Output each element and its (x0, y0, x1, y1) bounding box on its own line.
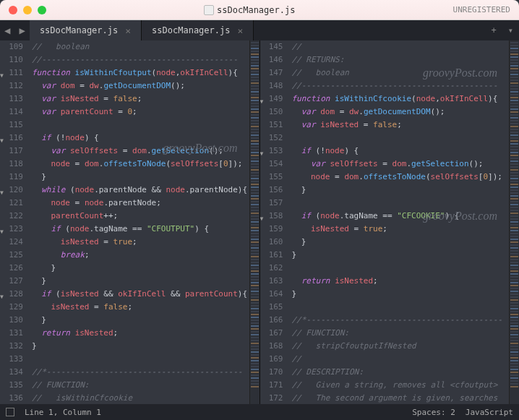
new-tab-button[interactable]: + (486, 25, 502, 35)
code-area-right[interactable]: //// RETURNS:// boolean//---------------… (288, 40, 510, 404)
code-line[interactable]: //--------------------------------------… (32, 53, 249, 67)
code-line[interactable]: //--------------------------------------… (292, 80, 510, 93)
minimap-right[interactable] (509, 40, 519, 404)
line-number: ▼116 (0, 132, 23, 145)
code-line[interactable]: } (32, 314, 249, 327)
tab-bar: ◀ ▶ ssDocManager.js × ssDocManager.js × … (0, 20, 519, 40)
line-number: 155 (260, 171, 283, 184)
line-number: 165 (260, 301, 283, 314)
line-number: 159 (260, 223, 283, 236)
code-line[interactable]: // FUNCTION: (292, 327, 510, 340)
maximize-window-button[interactable] (38, 6, 46, 14)
code-line[interactable]: // DESCRIPTION: (292, 366, 510, 379)
cursor-position[interactable]: Line 1, Column 1 (25, 408, 101, 417)
code-line[interactable]: // boolean (292, 67, 510, 80)
code-line[interactable]: // (292, 353, 510, 366)
editor-pane-left[interactable]: 109110▼111112113114115▼116117118119▼1201… (0, 40, 260, 404)
code-line[interactable]: var dom = dw.getDocumentDOM(); (32, 80, 249, 93)
code-line[interactable]: var selOffsets = dom.getSelection(); (292, 158, 510, 171)
nav-back-button[interactable]: ◀ (0, 25, 14, 36)
line-number: 150 (260, 106, 283, 119)
code-line[interactable]: node = dom.offsetsToNode(selOffsets[0]); (292, 171, 510, 184)
line-number: 167 (260, 327, 283, 340)
code-line[interactable] (32, 353, 249, 366)
line-number: ▼149 (260, 93, 283, 106)
line-number: 117 (0, 145, 23, 158)
code-line[interactable] (292, 197, 510, 210)
code-line[interactable]: if (isNested && okIfInCell && parentCoun… (32, 288, 249, 301)
tab-ssdocmanager-1[interactable]: ssDocManager.js × (30, 20, 142, 40)
code-line[interactable]: // stripCfoutputIfNested (292, 340, 510, 353)
tab-menu-button[interactable]: ▾ (502, 25, 519, 35)
code-line[interactable]: } (32, 171, 249, 184)
code-line[interactable]: return isNested; (292, 275, 510, 288)
code-line[interactable]: isNested = true; (292, 223, 510, 236)
code-line[interactable]: parentCount++; (32, 210, 249, 223)
code-line[interactable]: return isNested; (32, 327, 249, 340)
nav-forward-button[interactable]: ▶ (14, 25, 29, 36)
line-number: 113 (0, 93, 23, 106)
code-line[interactable]: if (!node) { (292, 145, 510, 158)
code-line[interactable]: isNested = false; (32, 301, 249, 314)
code-line[interactable]: if (node.tagName == "CFCOOKIE") { (292, 210, 510, 223)
code-line[interactable]: // isWithinCfcookie (32, 392, 249, 404)
code-line[interactable]: function isWithinCfcookie(node,okIfInCel… (292, 93, 510, 106)
code-line[interactable]: var isNested = false; (32, 93, 249, 106)
code-line[interactable]: break; (32, 249, 249, 262)
code-line[interactable]: var isNested = false; (292, 119, 510, 132)
code-line[interactable]: // RETURNS: (292, 53, 510, 67)
code-area-left[interactable]: // boolean//----------------------------… (27, 40, 249, 404)
code-line[interactable]: var parentCount = 0; (32, 106, 249, 119)
gutter-right: 145146147148▼149150151152▼15315415515615… (260, 40, 288, 404)
editor-pane-right[interactable]: 145146147148▼149150151152▼15315415515615… (260, 40, 520, 404)
code-line[interactable]: if (!node) { (32, 132, 249, 145)
code-line[interactable] (292, 301, 510, 314)
syntax-setting[interactable]: JavaScript (466, 408, 513, 417)
line-number: ▼120 (0, 184, 23, 197)
code-line[interactable]: // FUNCTION: (32, 379, 249, 392)
line-number: 124 (0, 236, 23, 249)
code-line[interactable] (292, 262, 510, 275)
status-bar: Line 1, Column 1 Spaces: 2 JavaScript (0, 404, 519, 420)
code-line[interactable] (32, 119, 249, 132)
code-line[interactable]: node = node.parentNode; (32, 197, 249, 210)
code-line[interactable]: } (292, 236, 510, 249)
code-line[interactable]: //*-------------------------------------… (292, 314, 510, 327)
code-line[interactable]: // The second argument is given, searche… (292, 392, 510, 404)
code-line[interactable]: function isWithinCfoutput(node,okIfInCel… (32, 67, 249, 80)
code-line[interactable]: } (292, 288, 510, 301)
line-number: 129 (0, 301, 23, 314)
code-line[interactable]: node = dom.offsetsToNode(selOffsets[0]); (32, 158, 249, 171)
code-line[interactable]: } (292, 249, 510, 262)
line-number: 133 (0, 353, 23, 366)
code-line[interactable]: } (32, 275, 249, 288)
minimap-left[interactable] (249, 40, 260, 404)
close-tab-icon[interactable]: × (125, 25, 131, 36)
line-number: 166 (260, 314, 283, 327)
code-line[interactable]: //*-------------------------------------… (32, 366, 249, 379)
line-number: 163 (260, 275, 283, 288)
code-line[interactable]: var dom = dw.getDocumentDOM(); (292, 106, 510, 119)
panel-toggle-icon[interactable] (6, 408, 14, 416)
code-line[interactable]: // Given a string, removes all <cfoutput… (292, 379, 510, 392)
tab-ssdocmanager-2[interactable]: ssDocManager.js × (142, 20, 254, 40)
code-line[interactable]: while (node.parentNode && node.parentNod… (32, 184, 249, 197)
line-number: ▼128 (0, 288, 23, 301)
code-line[interactable]: if (node.tagName == "CFOUTPUT") { (32, 223, 249, 236)
code-line[interactable]: var selOffsets = dom.getSelection(); (32, 145, 249, 158)
minimize-window-button[interactable] (23, 6, 32, 14)
indentation-setting[interactable]: Spaces: 2 (412, 408, 455, 417)
line-number: 154 (260, 158, 283, 171)
close-window-button[interactable] (9, 6, 17, 14)
code-line[interactable]: } (32, 340, 249, 353)
code-line[interactable]: // boolean (32, 40, 249, 53)
line-number: 110 (0, 53, 23, 67)
code-line[interactable] (292, 132, 510, 145)
code-line[interactable]: // (292, 40, 510, 53)
code-line[interactable]: } (292, 184, 510, 197)
code-line[interactable]: } (32, 262, 249, 275)
line-number: 125 (0, 249, 23, 262)
code-line[interactable]: isNested = true; (32, 236, 249, 249)
line-number: 162 (260, 262, 283, 275)
close-tab-icon[interactable]: × (237, 25, 243, 36)
